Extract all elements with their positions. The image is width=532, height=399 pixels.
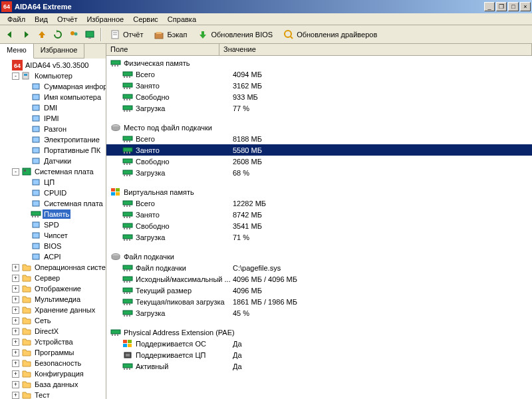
sidebar: Меню Избранное 64AIDA64 v5.30.3500-Компь…	[0, 44, 106, 399]
report-button[interactable]: Отчёт	[105, 27, 148, 42]
data-row[interactable]: Поддерживается ОСДа	[106, 338, 532, 349]
expand-icon[interactable]: +	[12, 381, 19, 388]
data-row[interactable]: Текущий размер4096 МБ	[106, 285, 532, 296]
minimize-button[interactable]: _	[484, 2, 495, 11]
tree-item[interactable]: +База данных	[1, 379, 104, 390]
tree-item[interactable]: +Мультимедиа	[1, 294, 104, 305]
tab-favorites[interactable]: Избранное	[34, 44, 85, 59]
maximize-button[interactable]: □	[508, 2, 519, 11]
collapse-icon[interactable]: -	[12, 72, 19, 80]
expand-icon[interactable]: +	[12, 349, 19, 356]
column-field[interactable]: Поле	[106, 44, 219, 55]
menu-report[interactable]: Отчёт	[53, 14, 82, 25]
tree-item[interactable]: BIOS	[1, 241, 104, 251]
data-row[interactable]: Свободно3541 МБ	[106, 220, 532, 231]
tree-item[interactable]: SPD	[1, 219, 104, 230]
data-row[interactable]: Загрузка45 %	[106, 307, 532, 319]
collapse-icon[interactable]: -	[12, 168, 19, 176]
monitor-button[interactable]	[82, 27, 97, 42]
data-list[interactable]: Физическая памятьВсего4094 МБЗанято3162 …	[106, 56, 532, 399]
svg-rect-109	[129, 303, 130, 305]
refresh-button[interactable]	[51, 27, 65, 42]
tree-item[interactable]: Системная плата	[1, 198, 104, 209]
data-row[interactable]: Файл подкачкиC:\pagefile.sys	[106, 262, 532, 273]
forward-button[interactable]	[19, 27, 33, 42]
data-row[interactable]: Загрузка71 %	[106, 231, 532, 243]
menu-service[interactable]: Сервис	[128, 14, 163, 25]
data-row[interactable]: Свободно2608 МБ	[106, 156, 532, 167]
ram-icon	[122, 93, 133, 101]
tree-item[interactable]: ACPI	[1, 251, 104, 262]
data-row[interactable]: Текущая/пиковая загрузка1861 МБ / 1986 М…	[106, 296, 532, 307]
data-row[interactable]: Занято8742 МБ	[106, 209, 532, 220]
tree-item[interactable]: +Отображение	[1, 283, 104, 294]
expand-icon[interactable]: +	[12, 338, 19, 346]
tree-item[interactable]: -Системная плата	[1, 166, 104, 177]
data-row[interactable]: Всего8188 МБ	[106, 133, 532, 144]
svg-rect-59	[126, 140, 128, 142]
expand-icon[interactable]: +	[12, 307, 19, 314]
data-row[interactable]: Загрузка68 %	[106, 167, 532, 178]
tree-item[interactable]: +Конфигурация	[1, 368, 104, 379]
tree-item[interactable]: +Безопасность	[1, 358, 104, 368]
tree-item[interactable]: +Операционная система	[1, 262, 104, 273]
tree-item[interactable]: Датчики	[1, 156, 104, 166]
data-row[interactable]: Всего12282 МБ	[106, 198, 532, 209]
driver-update-button[interactable]: Обновления драйверов	[279, 27, 382, 42]
expand-icon[interactable]: +	[12, 360, 19, 367]
tree-item[interactable]: Портативные ПК	[1, 145, 104, 156]
expand-icon[interactable]: +	[12, 370, 19, 378]
data-row[interactable]: Занято5580 МБ	[106, 144, 532, 156]
close-button[interactable]: ×	[520, 2, 531, 11]
tree-item[interactable]: +Тест	[1, 390, 104, 399]
tree-item[interactable]: +Устройства	[1, 336, 104, 347]
expand-icon[interactable]: +	[12, 275, 19, 282]
tree-item[interactable]: Электропитание	[1, 134, 104, 145]
nav-tree[interactable]: 64AIDA64 v5.30.3500-КомпьютерСуммарная и…	[0, 59, 106, 399]
expand-icon[interactable]: +	[12, 328, 19, 335]
tree-item[interactable]: 64AIDA64 v5.30.3500	[1, 60, 104, 70]
tree-item[interactable]: -Компьютер	[1, 70, 104, 81]
expand-icon[interactable]: +	[12, 264, 19, 271]
tree-item[interactable]: +DirectX	[1, 326, 104, 336]
tree-item[interactable]: Имя компьютера	[1, 92, 104, 102]
expand-icon[interactable]: +	[12, 392, 19, 399]
tree-item[interactable]: Чипсет	[1, 230, 104, 241]
data-row[interactable]: Исходный/максимальный ...4096 МБ / 4096 …	[106, 273, 532, 285]
data-row[interactable]: Занято3162 МБ	[106, 80, 532, 91]
tree-item[interactable]: Суммарная информа...	[1, 81, 104, 92]
backup-button[interactable]: Бэкап	[149, 27, 192, 42]
tree-item[interactable]: +Сеть	[1, 315, 104, 326]
tree-item[interactable]: Разгон	[1, 124, 104, 134]
tree-item[interactable]: ЦП	[1, 177, 104, 188]
expand-icon[interactable]: +	[12, 317, 19, 325]
tree-item[interactable]: IPMI	[1, 113, 104, 124]
data-row[interactable]: Поддерживается ЦПДа	[106, 349, 532, 360]
section-header: Physical Address Extension (PAE)	[106, 327, 532, 338]
back-button[interactable]	[3, 27, 17, 42]
tree-item[interactable]: Память	[1, 209, 104, 219]
tree-item[interactable]: +Программы	[1, 347, 104, 358]
data-row[interactable]: Свободно933 МБ	[106, 91, 532, 102]
bios-update-button[interactable]: Обновления BIOS	[193, 27, 277, 42]
data-row[interactable]: Всего4094 МБ	[106, 68, 532, 80]
tab-menu[interactable]: Меню	[0, 44, 34, 59]
tree-item[interactable]: +Сервер	[1, 273, 104, 283]
menu-help[interactable]: Справка	[163, 14, 201, 25]
restore-button[interactable]: ❐	[496, 2, 507, 11]
row-field: Исходный/максимальный ...	[136, 275, 233, 283]
up-button[interactable]	[35, 27, 49, 42]
menu-favorites[interactable]: Избранное	[82, 14, 128, 25]
data-row[interactable]: АктивныйДа	[106, 360, 532, 372]
expand-icon[interactable]: +	[12, 285, 19, 293]
menu-file[interactable]: Файл	[3, 14, 30, 25]
tree-item[interactable]: +Хранение данных	[1, 305, 104, 315]
menu-view[interactable]: Вид	[30, 14, 53, 25]
expand-icon[interactable]: +	[12, 296, 19, 303]
users-button[interactable]	[66, 27, 81, 42]
tree-item[interactable]: DMI	[1, 102, 104, 113]
data-row[interactable]: Загрузка77 %	[106, 102, 532, 114]
column-value[interactable]: Значение	[219, 44, 532, 55]
tree-item[interactable]: CPUID	[1, 188, 104, 198]
section-header: Физическая память	[106, 57, 532, 68]
